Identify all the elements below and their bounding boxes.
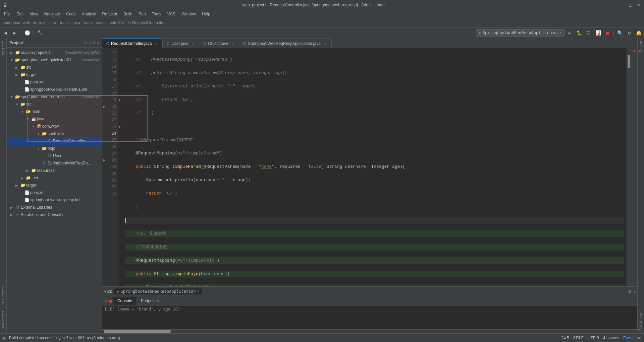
status-crlf[interactable]: CRLF: [573, 336, 584, 340]
menu-run[interactable]: Run: [136, 11, 149, 17]
menu-view[interactable]: View: [27, 11, 41, 17]
bottom-tab-console[interactable]: Console: [113, 297, 136, 305]
status-encoding[interactable]: UTF-8: [588, 336, 599, 340]
tab-close-app[interactable]: ×: [323, 41, 327, 46]
project-tab-label[interactable]: Project: [0, 38, 6, 59]
toolbar-run-button[interactable]: ▶: [566, 29, 574, 37]
toolbar-notifications-button[interactable]: 🔔: [635, 29, 643, 37]
tree-icon-rr-user: C: [47, 153, 52, 158]
menu-navigate[interactable]: Navigate: [42, 11, 63, 17]
tree-item-req-resp[interactable]: ▼ 📂 springboot-web-req-resp D:\code\We: [7, 93, 102, 100]
toolbar-debug-button[interactable]: 🐛: [575, 29, 583, 37]
project-scope-icon[interactable]: ⊕: [84, 41, 88, 45]
tree-item-quickstart01[interactable]: ▼ 📂 springboot-web-quickstart01 D:\code\…: [7, 56, 102, 64]
toolbar-build-button[interactable]: 🔨: [36, 29, 44, 37]
code-line-24: [125, 217, 624, 224]
nav-file[interactable]: C RequestController: [128, 20, 165, 25]
fold-marker-23[interactable]: ▼: [118, 125, 120, 129]
menu-refactor[interactable]: Refactor: [100, 11, 120, 17]
nav-src[interactable]: src: [51, 20, 56, 25]
tab-close-object[interactable]: ×: [230, 41, 235, 46]
run-config-select[interactable]: ▶ SpringbootWebReqRespApplication ▾: [476, 29, 565, 37]
editor-scrollbar[interactable]: [627, 48, 631, 286]
tree-item-rr-app[interactable]: C SpringbootWebReqRe...: [7, 159, 102, 167]
toolbar-forward-button[interactable]: ▶: [11, 29, 19, 37]
tab-user[interactable]: C User.java ×: [163, 39, 199, 48]
database-tab[interactable]: Database: [638, 312, 644, 332]
menu-build[interactable]: Build: [121, 11, 135, 17]
code-editor-content[interactable]: // @RequestMapping("/simpleParam") // pu…: [122, 48, 627, 286]
run-active-tab[interactable]: ▶ SpringbootWebReqRespApplication ×: [114, 288, 202, 294]
toolbar-profiler-button[interactable]: 📊: [594, 29, 602, 37]
app-icon-area: 🖥: [3, 2, 7, 8]
menu-vcs[interactable]: VCS: [165, 11, 178, 17]
tree-item-rr-target[interactable]: ▶ 📁 target: [7, 182, 102, 189]
toolbar-stop-button[interactable]: ■: [603, 29, 611, 37]
tab-close-rc[interactable]: ×: [154, 41, 158, 46]
nav-project[interactable]: springboot-web-req-resp: [3, 20, 47, 25]
menu-code[interactable]: Code: [63, 11, 78, 17]
maximize-button[interactable]: □: [628, 2, 633, 8]
tree-item-rr-main[interactable]: ▼ 📂 main: [7, 108, 102, 115]
nav-java[interactable]: java: [73, 20, 80, 25]
tree-item-rr-controller[interactable]: ▼ 📂 controller: [7, 130, 102, 137]
nav-controller[interactable]: controller: [108, 20, 124, 25]
tree-item-maven-project01[interactable]: ▶ 📁 maven-project01 D:\code\Web\后端\We: [7, 49, 102, 56]
toolbar-search-button[interactable]: 🔍: [616, 29, 624, 37]
tree-item-rr-src[interactable]: ▼ 📂 src: [7, 100, 102, 108]
project-hide-icon[interactable]: ×: [97, 41, 99, 45]
menu-tools[interactable]: Tools: [149, 11, 164, 17]
maven-tab[interactable]: Maven: [638, 40, 644, 53]
toolbar-settings-button[interactable]: ⚙: [625, 29, 633, 37]
bottom-tab-endpoints[interactable]: Endpoints: [137, 297, 163, 305]
scroll-thumb[interactable]: [628, 55, 630, 68]
tree-item-qs-iml[interactable]: 📄 springboot-web-quickstart01.iml: [7, 86, 102, 93]
tab-app[interactable]: C SpringbootWebReqRespApplication.java ×: [239, 39, 332, 48]
close-button[interactable]: ✕: [636, 2, 641, 8]
run-tab-close-btn[interactable]: ×: [197, 289, 200, 293]
minimize-button[interactable]: −: [620, 2, 625, 8]
tree-item-qs-pom[interactable]: 📄 pom.xml: [7, 78, 102, 86]
tab-close-user[interactable]: ×: [190, 41, 195, 46]
tree-item-rr-java[interactable]: ▼ ☕ java: [7, 115, 102, 123]
tree-item-rr-resources[interactable]: ▶ 📁 resources: [7, 167, 102, 174]
tab-requestcontroller[interactable]: C RequestController.java ×: [102, 39, 163, 48]
tree-item-rr-test[interactable]: ▶ 📁 test: [7, 174, 102, 182]
tree-item-ext-libs[interactable]: ▶ 🗄 External Libraries: [7, 204, 102, 211]
bottom-scroll-thumb[interactable]: [104, 330, 171, 333]
menu-help[interactable]: Help: [199, 11, 213, 17]
run-close-icon[interactable]: ×: [633, 289, 636, 294]
structure-tab-label[interactable]: Structure: [0, 283, 6, 308]
menu-window[interactable]: Window: [179, 11, 199, 17]
tree-item-rr-user[interactable]: C User: [7, 152, 102, 159]
tree-item-rr-pom[interactable]: 📄 pom.xml: [7, 189, 102, 196]
tree-item-qs-target[interactable]: ▶ 📁 target: [7, 71, 102, 78]
favorites-tab-label[interactable]: Favorites: [0, 308, 6, 333]
bottom-restart-icon[interactable]: ↺: [104, 297, 108, 304]
fold-marker-19[interactable]: ▼: [118, 98, 120, 102]
event-log-button[interactable]: Event Log: [623, 336, 641, 340]
tree-item-rr-pkg[interactable]: ▼ 📦 com.wxw: [7, 123, 102, 130]
bottom-scrollbar[interactable]: [102, 329, 637, 333]
tree-item-qs-src[interactable]: ▶ 📁 src: [7, 64, 102, 71]
tree-item-rr-requestcontroller[interactable]: C RequestController: [7, 137, 102, 145]
nav-main[interactable]: main: [60, 20, 69, 25]
toolbar-recentfiles-button[interactable]: 🕒: [23, 29, 31, 37]
bottom-stop-icon[interactable]: ■: [108, 297, 112, 304]
tree-item-rr-iml[interactable]: 📄 springboot-web-req-resp.iml: [7, 196, 102, 204]
nav-wwx[interactable]: wwx: [96, 20, 103, 25]
tree-item-rr-pojo[interactable]: ▼ 📂 pojo: [7, 145, 102, 152]
project-collapse-icon[interactable]: ≡: [89, 41, 91, 45]
menu-edit[interactable]: Edit: [14, 11, 26, 17]
project-menu-icon[interactable]: ⚙: [92, 41, 96, 45]
menu-file[interactable]: File: [1, 11, 13, 17]
run-settings-icon[interactable]: ⚙: [628, 289, 631, 294]
tab-object[interactable]: C Object.java ×: [199, 39, 239, 48]
toolbar-coverage-button[interactable]: 🛡: [585, 29, 593, 37]
nav-com[interactable]: com: [84, 20, 92, 25]
status-indent[interactable]: 4 spaces: [603, 336, 619, 340]
tree-item-scratches[interactable]: ▶ ✏ Scratches and Consoles: [7, 211, 102, 218]
menu-analyze[interactable]: Analyze: [79, 11, 99, 17]
status-position[interactable]: 24:5: [561, 336, 569, 340]
toolbar-back-button[interactable]: ◀: [1, 29, 9, 37]
